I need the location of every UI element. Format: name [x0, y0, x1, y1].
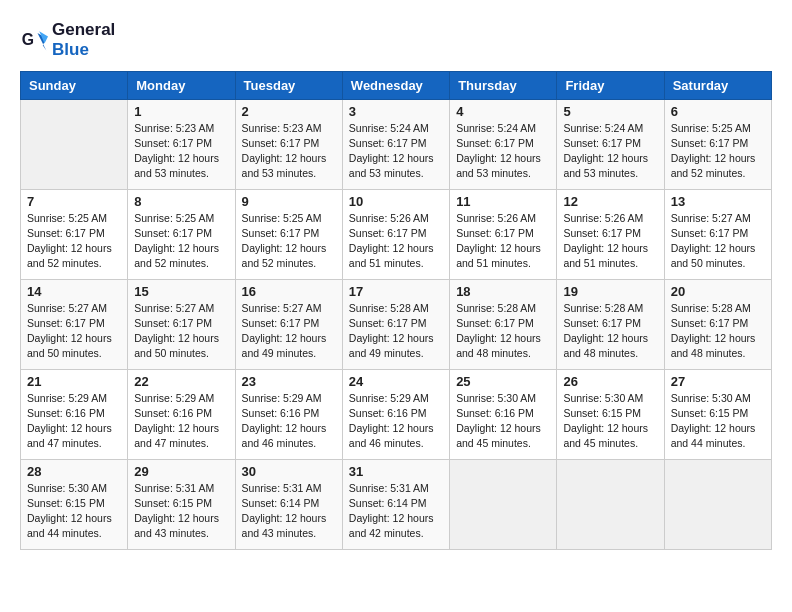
- day-number: 27: [671, 374, 765, 389]
- calendar-week-row: 14Sunrise: 5:27 AMSunset: 6:17 PMDayligh…: [21, 279, 772, 369]
- day-number: 14: [27, 284, 121, 299]
- day-number: 24: [349, 374, 443, 389]
- calendar-cell: 20Sunrise: 5:28 AMSunset: 6:17 PMDayligh…: [664, 279, 771, 369]
- day-info: Sunrise: 5:26 AMSunset: 6:17 PMDaylight:…: [563, 211, 657, 272]
- calendar-cell: 16Sunrise: 5:27 AMSunset: 6:17 PMDayligh…: [235, 279, 342, 369]
- day-number: 5: [563, 104, 657, 119]
- calendar-week-row: 7Sunrise: 5:25 AMSunset: 6:17 PMDaylight…: [21, 189, 772, 279]
- calendar-cell: 3Sunrise: 5:24 AMSunset: 6:17 PMDaylight…: [342, 99, 449, 189]
- day-info: Sunrise: 5:30 AMSunset: 6:16 PMDaylight:…: [456, 391, 550, 452]
- day-number: 26: [563, 374, 657, 389]
- calendar-cell: 4Sunrise: 5:24 AMSunset: 6:17 PMDaylight…: [450, 99, 557, 189]
- calendar-cell: 17Sunrise: 5:28 AMSunset: 6:17 PMDayligh…: [342, 279, 449, 369]
- column-header-wednesday: Wednesday: [342, 71, 449, 99]
- calendar-cell: 27Sunrise: 5:30 AMSunset: 6:15 PMDayligh…: [664, 369, 771, 459]
- day-info: Sunrise: 5:31 AMSunset: 6:14 PMDaylight:…: [242, 481, 336, 542]
- day-number: 29: [134, 464, 228, 479]
- calendar-cell: 28Sunrise: 5:30 AMSunset: 6:15 PMDayligh…: [21, 459, 128, 549]
- calendar-cell: 10Sunrise: 5:26 AMSunset: 6:17 PMDayligh…: [342, 189, 449, 279]
- day-number: 4: [456, 104, 550, 119]
- calendar-cell: 19Sunrise: 5:28 AMSunset: 6:17 PMDayligh…: [557, 279, 664, 369]
- calendar-cell: 9Sunrise: 5:25 AMSunset: 6:17 PMDaylight…: [235, 189, 342, 279]
- day-number: 20: [671, 284, 765, 299]
- svg-text:G: G: [22, 32, 34, 49]
- calendar-cell: 6Sunrise: 5:25 AMSunset: 6:17 PMDaylight…: [664, 99, 771, 189]
- day-number: 16: [242, 284, 336, 299]
- logo-text: General Blue: [52, 20, 115, 61]
- calendar-cell: [557, 459, 664, 549]
- day-info: Sunrise: 5:24 AMSunset: 6:17 PMDaylight:…: [349, 121, 443, 182]
- day-number: 22: [134, 374, 228, 389]
- calendar-cell: [21, 99, 128, 189]
- day-number: 23: [242, 374, 336, 389]
- column-header-thursday: Thursday: [450, 71, 557, 99]
- day-number: 6: [671, 104, 765, 119]
- column-header-sunday: Sunday: [21, 71, 128, 99]
- day-number: 28: [27, 464, 121, 479]
- day-info: Sunrise: 5:28 AMSunset: 6:17 PMDaylight:…: [456, 301, 550, 362]
- calendar-cell: 2Sunrise: 5:23 AMSunset: 6:17 PMDaylight…: [235, 99, 342, 189]
- day-number: 8: [134, 194, 228, 209]
- day-info: Sunrise: 5:29 AMSunset: 6:16 PMDaylight:…: [349, 391, 443, 452]
- page-header: G General Blue: [20, 20, 772, 61]
- day-info: Sunrise: 5:28 AMSunset: 6:17 PMDaylight:…: [349, 301, 443, 362]
- day-info: Sunrise: 5:30 AMSunset: 6:15 PMDaylight:…: [671, 391, 765, 452]
- day-number: 30: [242, 464, 336, 479]
- day-info: Sunrise: 5:27 AMSunset: 6:17 PMDaylight:…: [242, 301, 336, 362]
- calendar-table: SundayMondayTuesdayWednesdayThursdayFrid…: [20, 71, 772, 550]
- day-info: Sunrise: 5:27 AMSunset: 6:17 PMDaylight:…: [27, 301, 121, 362]
- day-info: Sunrise: 5:24 AMSunset: 6:17 PMDaylight:…: [563, 121, 657, 182]
- day-number: 11: [456, 194, 550, 209]
- day-info: Sunrise: 5:25 AMSunset: 6:17 PMDaylight:…: [27, 211, 121, 272]
- day-number: 31: [349, 464, 443, 479]
- day-number: 25: [456, 374, 550, 389]
- column-header-friday: Friday: [557, 71, 664, 99]
- day-number: 9: [242, 194, 336, 209]
- calendar-cell: 26Sunrise: 5:30 AMSunset: 6:15 PMDayligh…: [557, 369, 664, 459]
- calendar-week-row: 21Sunrise: 5:29 AMSunset: 6:16 PMDayligh…: [21, 369, 772, 459]
- calendar-cell: 29Sunrise: 5:31 AMSunset: 6:15 PMDayligh…: [128, 459, 235, 549]
- day-number: 2: [242, 104, 336, 119]
- calendar-cell: 5Sunrise: 5:24 AMSunset: 6:17 PMDaylight…: [557, 99, 664, 189]
- calendar-cell: 1Sunrise: 5:23 AMSunset: 6:17 PMDaylight…: [128, 99, 235, 189]
- day-number: 1: [134, 104, 228, 119]
- day-info: Sunrise: 5:31 AMSunset: 6:15 PMDaylight:…: [134, 481, 228, 542]
- calendar-week-row: 28Sunrise: 5:30 AMSunset: 6:15 PMDayligh…: [21, 459, 772, 549]
- calendar-cell: [450, 459, 557, 549]
- day-info: Sunrise: 5:27 AMSunset: 6:17 PMDaylight:…: [671, 211, 765, 272]
- day-info: Sunrise: 5:26 AMSunset: 6:17 PMDaylight:…: [349, 211, 443, 272]
- day-info: Sunrise: 5:27 AMSunset: 6:17 PMDaylight:…: [134, 301, 228, 362]
- day-info: Sunrise: 5:25 AMSunset: 6:17 PMDaylight:…: [134, 211, 228, 272]
- day-info: Sunrise: 5:30 AMSunset: 6:15 PMDaylight:…: [27, 481, 121, 542]
- calendar-cell: [664, 459, 771, 549]
- column-header-tuesday: Tuesday: [235, 71, 342, 99]
- column-header-monday: Monday: [128, 71, 235, 99]
- day-number: 17: [349, 284, 443, 299]
- calendar-cell: 31Sunrise: 5:31 AMSunset: 6:14 PMDayligh…: [342, 459, 449, 549]
- calendar-cell: 7Sunrise: 5:25 AMSunset: 6:17 PMDaylight…: [21, 189, 128, 279]
- calendar-cell: 14Sunrise: 5:27 AMSunset: 6:17 PMDayligh…: [21, 279, 128, 369]
- day-info: Sunrise: 5:30 AMSunset: 6:15 PMDaylight:…: [563, 391, 657, 452]
- day-number: 7: [27, 194, 121, 209]
- day-info: Sunrise: 5:25 AMSunset: 6:17 PMDaylight:…: [242, 211, 336, 272]
- day-info: Sunrise: 5:23 AMSunset: 6:17 PMDaylight:…: [134, 121, 228, 182]
- logo: G General Blue: [20, 20, 115, 61]
- column-header-saturday: Saturday: [664, 71, 771, 99]
- day-number: 12: [563, 194, 657, 209]
- day-number: 21: [27, 374, 121, 389]
- calendar-cell: 15Sunrise: 5:27 AMSunset: 6:17 PMDayligh…: [128, 279, 235, 369]
- calendar-week-row: 1Sunrise: 5:23 AMSunset: 6:17 PMDaylight…: [21, 99, 772, 189]
- day-info: Sunrise: 5:24 AMSunset: 6:17 PMDaylight:…: [456, 121, 550, 182]
- day-info: Sunrise: 5:23 AMSunset: 6:17 PMDaylight:…: [242, 121, 336, 182]
- day-number: 18: [456, 284, 550, 299]
- day-number: 13: [671, 194, 765, 209]
- day-info: Sunrise: 5:28 AMSunset: 6:17 PMDaylight:…: [671, 301, 765, 362]
- calendar-cell: 25Sunrise: 5:30 AMSunset: 6:16 PMDayligh…: [450, 369, 557, 459]
- calendar-cell: 22Sunrise: 5:29 AMSunset: 6:16 PMDayligh…: [128, 369, 235, 459]
- day-info: Sunrise: 5:28 AMSunset: 6:17 PMDaylight:…: [563, 301, 657, 362]
- day-info: Sunrise: 5:29 AMSunset: 6:16 PMDaylight:…: [242, 391, 336, 452]
- calendar-cell: 11Sunrise: 5:26 AMSunset: 6:17 PMDayligh…: [450, 189, 557, 279]
- day-number: 3: [349, 104, 443, 119]
- calendar-cell: 21Sunrise: 5:29 AMSunset: 6:16 PMDayligh…: [21, 369, 128, 459]
- calendar-cell: 12Sunrise: 5:26 AMSunset: 6:17 PMDayligh…: [557, 189, 664, 279]
